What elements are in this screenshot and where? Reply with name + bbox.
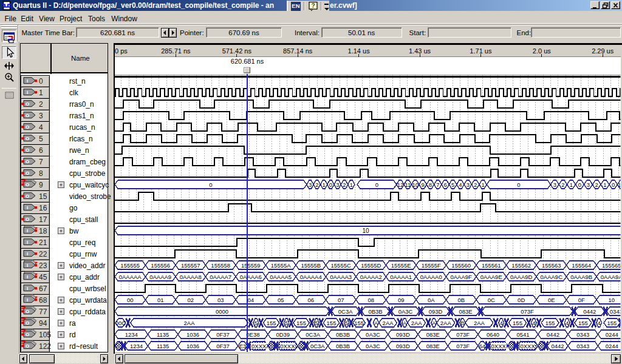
svg-text:0000: 0000 xyxy=(216,308,228,315)
svg-text:0C3A: 0C3A xyxy=(306,331,320,338)
svg-text:4: 4 xyxy=(566,320,569,326)
svg-text:0AAA9B: 0AAA9B xyxy=(570,274,592,280)
svg-text:2: 2 xyxy=(343,181,346,188)
svg-text:0: 0 xyxy=(329,181,332,188)
svg-text:0XXX: 0XXX xyxy=(251,343,267,349)
svg-text:4: 4 xyxy=(459,181,462,188)
svg-text:0C3A: 0C3A xyxy=(310,343,325,349)
svg-text:9: 9 xyxy=(421,181,424,188)
svg-text:155: 155 xyxy=(578,320,588,326)
svg-text:2AA: 2AA xyxy=(474,320,485,326)
svg-text:073F: 073F xyxy=(521,308,534,315)
svg-text:0: 0 xyxy=(612,181,615,188)
svg-text:1.43 us: 1.43 us xyxy=(409,47,431,55)
svg-text:155557: 155557 xyxy=(181,262,200,269)
svg-text:06: 06 xyxy=(308,297,315,303)
svg-text:A: A xyxy=(432,320,436,326)
svg-text:15555B: 15555B xyxy=(301,262,321,269)
svg-text:1036: 1036 xyxy=(186,331,199,338)
svg-text:0442: 0442 xyxy=(547,331,559,338)
svg-text:0F: 0F xyxy=(578,297,585,303)
svg-text:093D: 093D xyxy=(396,331,410,338)
svg-text:0B: 0B xyxy=(457,297,465,303)
svg-text:5: 5 xyxy=(345,320,348,326)
svg-text:05: 05 xyxy=(278,297,284,303)
svg-text:2: 2 xyxy=(561,181,564,188)
svg-text:0AAA9A: 0AAA9A xyxy=(601,274,622,280)
svg-text:01: 01 xyxy=(157,297,164,303)
svg-text:03: 03 xyxy=(217,297,224,303)
svg-text:3: 3 xyxy=(587,181,590,188)
svg-text:0E: 0E xyxy=(548,297,555,303)
svg-text:2: 2 xyxy=(474,181,477,188)
svg-text:0AAAA0: 0AAAA0 xyxy=(420,274,442,280)
svg-text:15555D: 15555D xyxy=(361,262,381,269)
svg-text:0C: 0C xyxy=(488,297,495,303)
svg-text:6: 6 xyxy=(444,181,447,188)
svg-text:0244: 0244 xyxy=(606,331,618,338)
svg-text:1135: 1135 xyxy=(157,331,169,338)
svg-text:12: 12 xyxy=(397,181,404,188)
svg-text:1.71 us: 1.71 us xyxy=(470,47,492,55)
svg-text:15555A: 15555A xyxy=(271,262,291,269)
svg-text:0XXX: 0XXX xyxy=(280,343,295,349)
svg-text:0AAA9F: 0AAA9F xyxy=(451,274,473,280)
svg-text:1: 1 xyxy=(350,181,353,188)
svg-text:0AAA9D: 0AAA9D xyxy=(510,274,533,280)
svg-text:0AAAA4: 0AAAA4 xyxy=(300,274,322,280)
svg-text:A: A xyxy=(374,320,378,326)
svg-text:2.0 us: 2.0 us xyxy=(533,47,551,55)
svg-text:0: 0 xyxy=(209,181,212,188)
svg-text:00: 00 xyxy=(127,297,134,303)
svg-text:00C: 00C xyxy=(115,320,126,326)
svg-text:0244: 0244 xyxy=(606,343,618,349)
svg-text:073F: 073F xyxy=(456,331,470,338)
svg-text:155: 155 xyxy=(296,320,306,326)
svg-text:1: 1 xyxy=(322,181,325,188)
svg-text:0A3C: 0A3C xyxy=(366,343,380,349)
svg-text:155563: 155563 xyxy=(542,262,561,269)
svg-text:3: 3 xyxy=(309,181,312,188)
svg-text:0B3B: 0B3B xyxy=(336,343,350,349)
svg-text:0343: 0343 xyxy=(576,343,589,349)
svg-text:11: 11 xyxy=(405,181,411,188)
svg-text:08: 08 xyxy=(368,297,375,303)
svg-text:155: 155 xyxy=(327,320,337,326)
svg-text:3: 3 xyxy=(466,181,470,188)
svg-text:3: 3 xyxy=(336,181,339,188)
svg-text:15555F: 15555F xyxy=(422,262,441,269)
svg-text:B: B xyxy=(460,320,464,326)
svg-text:15555E: 15555E xyxy=(391,262,411,269)
svg-text:09: 09 xyxy=(398,297,405,303)
svg-text:0: 0 xyxy=(375,181,378,188)
svg-text:093D: 093D xyxy=(396,343,410,349)
svg-text:1234: 1234 xyxy=(130,343,143,349)
svg-text:10: 10 xyxy=(362,228,369,234)
svg-text:0AAAA7: 0AAAA7 xyxy=(210,274,231,280)
svg-text:083E: 083E xyxy=(426,343,440,349)
svg-text:571.42 ns: 571.42 ns xyxy=(222,47,252,55)
svg-text:0640: 0640 xyxy=(487,331,499,338)
svg-text:155: 155 xyxy=(267,320,276,326)
svg-text:5: 5 xyxy=(255,320,258,326)
svg-text:5: 5 xyxy=(451,181,454,188)
svg-text:0: 0 xyxy=(578,181,581,188)
svg-text:1234: 1234 xyxy=(125,331,138,338)
svg-text:0A: 0A xyxy=(428,297,435,303)
svg-text:0F37: 0F37 xyxy=(216,343,230,349)
svg-text:0D: 0D xyxy=(518,297,525,303)
svg-text:0AAA9E: 0AAA9E xyxy=(480,274,502,280)
svg-text:155560: 155560 xyxy=(451,262,471,269)
svg-text:155565: 155565 xyxy=(602,262,621,269)
svg-text:0AAAA8: 0AAAA8 xyxy=(180,274,202,280)
svg-text:0D39: 0D39 xyxy=(276,331,290,338)
svg-text:2: 2 xyxy=(315,181,318,188)
svg-text:8: 8 xyxy=(429,181,432,188)
svg-text:3: 3 xyxy=(553,181,556,188)
svg-text:155: 155 xyxy=(513,320,522,326)
svg-text:7: 7 xyxy=(436,181,439,188)
svg-text:2.29 us: 2.29 us xyxy=(592,47,614,55)
svg-text:0E38: 0E38 xyxy=(246,331,259,338)
svg-text:A: A xyxy=(403,320,407,326)
svg-text:2AA: 2AA xyxy=(411,320,423,326)
